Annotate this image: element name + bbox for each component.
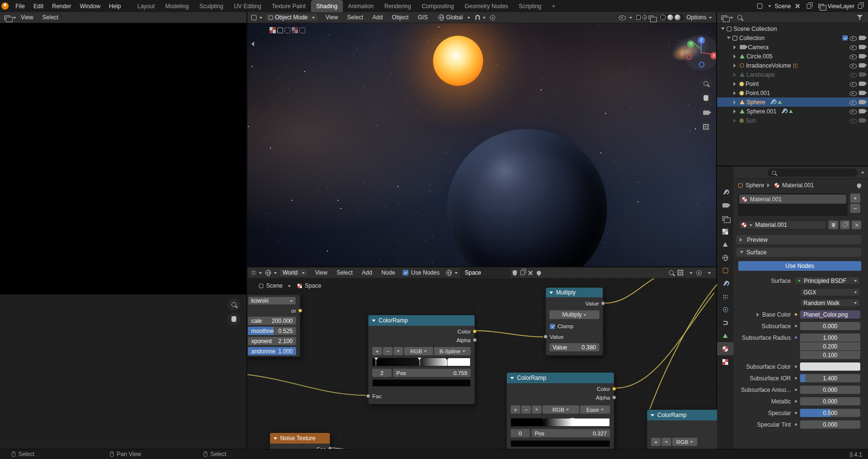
colorramp3-header[interactable]: ColorRamp [647,410,717,420]
row-label[interactable]: Circle.005 [746,53,773,60]
tab-object[interactable] [717,264,733,277]
outliner-editor-type-chevron-icon[interactable] [730,17,733,20]
viewport-editor-type-icon[interactable] [251,15,257,20]
menu-help[interactable]: Help [105,0,125,12]
breadcrumb-material[interactable]: Material.001 [782,182,814,189]
specular-field[interactable]: 0.500 [800,409,860,417]
unlink-material-button[interactable] [852,221,861,229]
add-slot-button[interactable]: + [850,194,860,203]
disable-render-icon[interactable] [859,54,865,58]
viewport-zoom-icon[interactable] [700,77,712,90]
outliner-row-scene-collection[interactable]: Scene Collection [717,24,868,33]
zoom-region-icon[interactable] [669,270,674,275]
voronoi-smoothness-field[interactable]: moothne0.525 [248,327,296,335]
surface-section-header[interactable]: Surface [736,248,861,257]
subsurface-method-dropdown[interactable]: Random Walk [800,299,860,307]
shader-editor-type-icon[interactable] [251,270,256,275]
workspace-tab-geometry-nodes[interactable]: Geometry Nodes [459,0,514,12]
remove-stop-button[interactable]: − [521,405,531,414]
viewport-menu-select[interactable]: Select [343,12,367,23]
x-axis-ball[interactable]: X [710,52,717,59]
shader-menu-add[interactable]: Add [357,267,376,278]
shader-menu-view[interactable]: View [311,267,332,278]
node-link[interactable] [605,278,661,303]
colorramp1-fac-socket[interactable] [366,394,370,398]
viewport-render[interactable]: Z Y X [247,23,717,266]
fake-user-button[interactable] [828,221,838,229]
pin-id-icon[interactable] [856,182,862,189]
hide-viewport-icon[interactable] [850,90,857,97]
row-label[interactable]: IrradianceVolume [746,62,791,69]
multiply-input1-socket[interactable] [543,334,548,339]
stop-index-field[interactable]: 0 [511,429,530,437]
operation-dropdown[interactable]: Multiply [549,310,599,319]
disable-render-icon[interactable] [859,91,865,95]
tool-button-1-icon[interactable] [270,27,276,33]
breadcrumb-scene[interactable]: Scene [266,282,283,289]
colorramp2-header[interactable]: ColorRamp [507,373,614,383]
stop-index-field[interactable]: 2 [372,369,392,377]
hide-viewport-icon[interactable] [850,117,857,124]
tab-world[interactable] [717,251,733,264]
outliner-row-sun[interactable]: Sun [717,116,868,125]
stop-position-field[interactable]: Pos0.327 [531,429,610,437]
tab-object-data[interactable] [717,329,733,342]
shader-menu-node[interactable]: Node [377,267,400,278]
metallic-field[interactable]: 0.000 [800,397,860,405]
properties-search-field[interactable] [768,168,857,177]
ramp-stop[interactable] [572,418,572,426]
material-datablock-field[interactable]: Material.001 [738,221,827,229]
workspace-tab-compositing[interactable]: Compositing [416,0,459,12]
distribution-dropdown[interactable]: GGX [800,288,860,296]
node-link[interactable] [247,375,366,395]
distance-metric-dropdown[interactable]: kowski [248,296,296,305]
add-stop-button[interactable]: + [511,405,520,414]
outliner-row-irradiancevolume[interactable]: IrradianceVolume [717,61,868,70]
viewport-camera-view-icon[interactable] [700,106,712,119]
subsurface-radius-x-field[interactable]: 1.000 [800,334,860,342]
voronoi-scale-field[interactable]: cale200.000 [248,317,296,325]
ramp-stop[interactable] [420,358,420,366]
expand-icon[interactable] [721,28,725,32]
visibility-dropdown-icon[interactable] [619,14,626,21]
subsurface-ior-field[interactable]: 1.400 [800,374,860,382]
ramp-stop-active[interactable] [543,418,544,426]
image-editor-type-icon[interactable] [4,15,10,20]
tab-modifiers[interactable] [717,277,733,290]
breadcrumb-object[interactable]: Sphere [746,182,764,189]
expand-icon[interactable] [733,91,738,95]
row-label[interactable]: Point [746,81,759,87]
proportional-edit-icon[interactable] [490,15,495,20]
multiply-value-out-socket[interactable] [601,301,605,306]
expand-icon[interactable] [733,82,738,86]
ramp-stop[interactable] [376,358,376,366]
hide-viewport-icon[interactable] [850,35,857,42]
expand-icon[interactable] [733,110,738,113]
add-stop-button[interactable]: + [372,347,382,355]
ramp-specials-button[interactable] [393,347,403,355]
tool-button-4-icon[interactable] [292,27,298,33]
scene-new-icon[interactable] [807,4,811,9]
workspace-tab-sculpting[interactable]: Sculpting [194,0,229,12]
tab-physics[interactable] [717,303,733,316]
hide-viewport-icon[interactable] [850,62,857,69]
tab-particles[interactable] [717,290,733,303]
voronoi-randomness-field[interactable]: andomne1.000 [248,347,296,355]
shading-solid-icon[interactable] [667,14,673,20]
world-selector-dropdown[interactable]: World [279,268,308,277]
snap-grid-chevron-icon[interactable] [690,272,692,276]
fake-user-icon[interactable] [513,270,517,276]
colorramp1-alpha-socket[interactable] [473,338,477,342]
ramp-stop-active[interactable] [447,358,448,366]
viewport-menu-add[interactable]: Add [368,12,387,23]
tab-scene[interactable] [717,238,733,251]
properties-options-chevron-icon[interactable] [861,172,864,175]
multiply-header[interactable]: Multiply [546,288,603,297]
viewlayer-name[interactable]: ViewLayer [827,3,854,10]
modifier-icon[interactable] [782,109,787,114]
row-label[interactable]: Sphere [746,99,765,106]
row-label[interactable]: Collection [739,35,765,42]
shading-material-icon[interactable] [675,14,680,20]
hide-viewport-icon[interactable] [850,71,857,78]
hide-viewport-icon[interactable] [850,81,857,87]
